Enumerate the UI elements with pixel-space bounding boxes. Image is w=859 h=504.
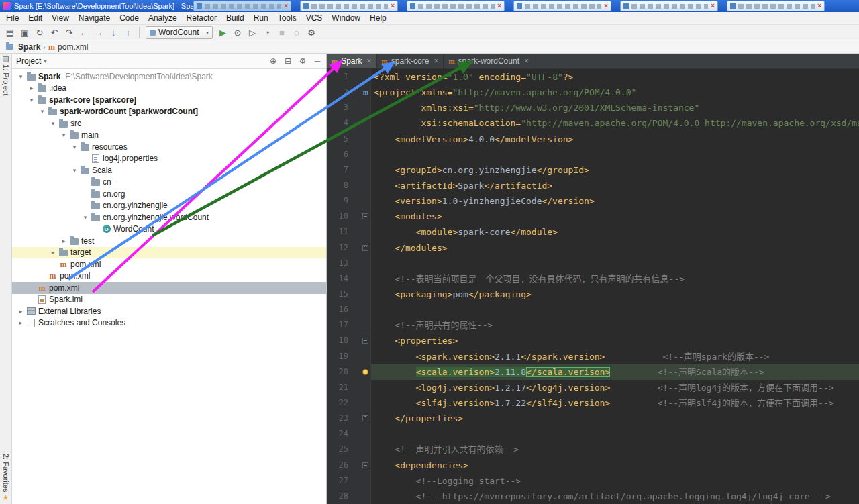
libs-icon (26, 307, 37, 315)
run-config-select[interactable]: WordCount▾ (146, 26, 213, 39)
expand-arrow-icon[interactable]: ▾ (70, 167, 79, 174)
close-icon[interactable]: × (711, 3, 715, 9)
tree-item-pom-xml[interactable]: mpom.xml (12, 270, 326, 283)
search-icon[interactable]: ◌ (289, 26, 304, 39)
tree-item-wordcount[interactable]: OWordCount (12, 223, 326, 236)
menu-item-analyze[interactable]: Analyze (144, 12, 182, 24)
close-icon[interactable]: × (434, 56, 438, 66)
vcs-update-icon[interactable]: ↓ (106, 26, 121, 39)
tree-item-test[interactable]: ▸test (12, 235, 326, 247)
expand-arrow-icon[interactable]: ▾ (59, 132, 68, 138)
debug-icon[interactable]: ⊙ (230, 26, 245, 39)
menu-item-vcs[interactable]: VCS (301, 12, 327, 24)
expand-arrow-icon[interactable]: ▸ (16, 319, 26, 326)
tool-window-project-button[interactable]: 1: Project (0, 56, 11, 95)
close-icon[interactable]: × (367, 56, 372, 66)
tree-item-spark-core-sparkcore[interactable]: ▾spark-core [sparkcore] (12, 94, 326, 106)
menu-item-tools[interactable]: Tools (273, 12, 301, 24)
tree-item-resources[interactable]: ▾resources (12, 141, 326, 153)
tree-item-pom-xml[interactable]: mpom.xml (12, 282, 326, 294)
tree-item-scala[interactable]: ▾Scala (12, 164, 326, 177)
expand-arrow-icon[interactable]: ▾ (81, 214, 90, 221)
close-icon[interactable]: × (497, 3, 501, 9)
expand-arrow-icon[interactable]: ▾ (38, 108, 47, 115)
menu-item-refactor[interactable]: Refactor (182, 12, 221, 24)
tree-item-pom-xml[interactable]: mpom.xml (12, 258, 326, 270)
breadcrumb-file[interactable]: pom.xml (58, 42, 88, 52)
tree-item-src[interactable]: ▾src (12, 117, 326, 130)
fold-marker-icon[interactable]: − (362, 338, 368, 344)
menu-item-window[interactable]: Window (327, 12, 365, 24)
editor-tab-spark-core[interactable]: mspark-core× (377, 54, 444, 68)
redo-icon[interactable]: ↷ (62, 26, 77, 39)
menu-item-file[interactable]: File (1, 12, 23, 24)
vcs-commit-icon[interactable]: ↑ (121, 26, 136, 39)
editor-content[interactable]: 1<?xml version="1.0" encoding="UTF-8"?>2… (327, 69, 859, 504)
expand-arrow-icon[interactable]: ▾ (70, 144, 79, 150)
close-icon[interactable]: × (284, 3, 288, 9)
background-window-tab[interactable]: × (300, 1, 398, 11)
close-icon[interactable]: × (391, 3, 395, 9)
stop-icon[interactable]: ■ (274, 26, 289, 39)
fold-marker-icon[interactable]: ^ (362, 245, 368, 251)
sync-icon[interactable]: ↻ (32, 26, 47, 39)
fold-marker-icon[interactable]: − (362, 213, 368, 219)
tree-item-target[interactable]: ▸target (12, 247, 326, 259)
editor-tab-spark[interactable]: mSpark× (327, 54, 377, 68)
expand-arrow-icon[interactable]: ▸ (59, 238, 68, 244)
tree-item-cn[interactable]: cn (12, 177, 326, 189)
tree-item-spark-wordcount-sparkwordcount[interactable]: ▾spark-wordCount [sparkwordCount] (12, 106, 326, 118)
close-icon[interactable]: × (524, 56, 529, 66)
tree-item-idea[interactable]: ▸.idea (12, 83, 326, 95)
expand-arrow-icon[interactable]: ▾ (27, 97, 36, 103)
coverage-icon[interactable]: ▷ (245, 26, 260, 39)
background-window-tab[interactable]: × (407, 1, 505, 11)
undo-icon[interactable]: ↶ (47, 26, 62, 39)
menu-item-run[interactable]: Run (249, 12, 273, 24)
tree-item-spark[interactable]: ▾SparkE:\Software\DevelopmentTool\Idea\S… (12, 70, 326, 83)
close-icon[interactable]: × (604, 3, 608, 9)
expand-arrow-icon[interactable]: ▾ (48, 120, 58, 127)
profiler-icon[interactable]: ◔ (260, 26, 274, 39)
close-icon[interactable]: × (817, 3, 821, 9)
expand-arrow-icon[interactable]: ▸ (16, 308, 26, 315)
save-all-icon[interactable]: ▣ (17, 26, 32, 39)
open-icon[interactable]: ▤ (3, 26, 17, 39)
expand-arrow-icon[interactable]: ▸ (48, 249, 58, 256)
tree-item-main[interactable]: ▾main (12, 130, 326, 142)
expand-arrow-icon[interactable]: ▸ (27, 85, 36, 91)
tool-window-favorites-button[interactable]: 2: Favorites ★ (0, 454, 11, 501)
menu-item-edit[interactable]: Edit (23, 12, 47, 24)
settings-icon[interactable]: ⚙ (304, 26, 319, 39)
menu-item-navigate[interactable]: Navigate (74, 12, 115, 24)
tree-item-log4j-properties[interactable]: log4j.properties (12, 153, 326, 165)
menu-item-help[interactable]: Help (365, 12, 391, 24)
fold-marker-icon[interactable]: − (362, 462, 368, 468)
expand-arrow-icon[interactable]: ▾ (16, 73, 26, 80)
menu-item-build[interactable]: Build (221, 12, 249, 24)
collapse-all-icon[interactable]: ⊟ (283, 56, 293, 66)
project-header-label[interactable]: Project (16, 56, 41, 66)
back-icon[interactable]: ← (77, 26, 91, 39)
editor-tab-spark-wordcount[interactable]: mspark-wordCount× (444, 54, 534, 68)
tree-item-cn-org[interactable]: cn.org (12, 188, 326, 200)
background-window-tab[interactable]: × (513, 1, 611, 11)
tree-item-external-libraries[interactable]: ▸External Libraries (12, 305, 326, 317)
background-window-tab[interactable]: × (193, 1, 291, 11)
tree-item-cn-org-yinzhengjie-wordcount[interactable]: ▾cn.org.yinzhengjie.wordCount (12, 211, 326, 223)
hide-icon[interactable]: ─ (313, 56, 322, 66)
settings-icon[interactable]: ⚙ (298, 56, 307, 66)
breadcrumb-project[interactable]: Spark (18, 42, 40, 52)
menu-item-code[interactable]: Code (115, 12, 144, 24)
locate-icon[interactable]: ⊕ (268, 56, 278, 66)
tree-item-scratches-and-consoles[interactable]: ▸Scratches and Consoles (12, 317, 326, 330)
background-window-tab[interactable]: × (727, 1, 825, 11)
fold-marker-icon[interactable]: ^ (362, 415, 368, 421)
background-window-tab[interactable]: × (620, 1, 718, 11)
tree-item-cn-org-yinzhengjie[interactable]: cn.org.yinzhengjie (12, 200, 326, 212)
menu-item-view[interactable]: View (47, 12, 74, 24)
chevron-down-icon[interactable]: ▾ (44, 58, 47, 64)
forward-icon[interactable]: → (91, 26, 106, 39)
tree-item-spark-iml[interactable]: Spark.iml (12, 294, 326, 306)
run-icon[interactable]: ▶ (215, 26, 230, 39)
